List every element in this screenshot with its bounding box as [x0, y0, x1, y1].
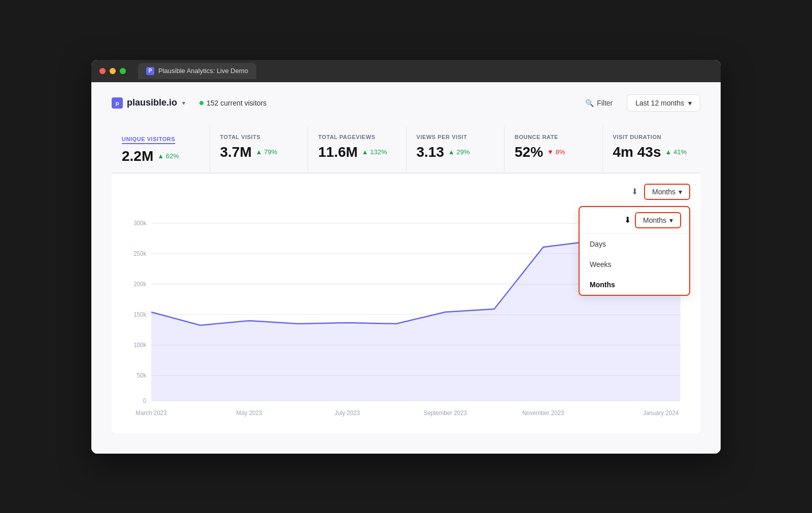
- tab-title: Plausible Analytics: Live Demo: [158, 67, 248, 75]
- metric-total-pageviews[interactable]: TOTAL PAGEVIEWS 11.6M ▲ 132%: [308, 126, 407, 173]
- metric-value-visit-duration: 4m 43s: [613, 144, 661, 160]
- search-icon: 🔍: [585, 99, 594, 107]
- titlebar: P Plausible Analytics: Live Demo: [91, 60, 721, 82]
- metrics-row: UNIQUE VISITORS 2.2M ▲ 62% TOTAL VISITS …: [112, 126, 700, 174]
- chart-area: ⬇ Months ▾ ⬇ Months ▾ Days Weeks: [112, 174, 700, 433]
- granularity-chevron-icon: ▾: [679, 188, 682, 196]
- tab-favicon: P: [146, 67, 154, 75]
- granularity-button[interactable]: Months ▾: [644, 184, 690, 200]
- browser-tab[interactable]: P Plausible Analytics: Live Demo: [138, 63, 256, 79]
- metric-label-views-per-visit: VIEWS PER VISIT: [417, 134, 494, 140]
- logo-text: plausible.io: [127, 97, 177, 108]
- svg-text:November 2023: November 2023: [522, 409, 564, 416]
- metric-change-bounce-rate: ▼ 8%: [547, 148, 565, 156]
- svg-text:March 2023: March 2023: [136, 409, 167, 416]
- download-button[interactable]: ⬇: [631, 187, 638, 196]
- svg-text:July 2023: July 2023: [334, 409, 360, 416]
- metric-value-row-visit-duration: 4m 43s ▲ 41%: [613, 144, 691, 160]
- dropdown-granularity-button[interactable]: Months ▾: [635, 212, 681, 228]
- metric-value-row-bounce-rate: 52% ▼ 8%: [515, 144, 592, 160]
- svg-text:200k: 200k: [133, 280, 146, 287]
- metric-change-total-pageviews: ▲ 132%: [362, 148, 387, 156]
- browser-window: P Plausible Analytics: Live Demo p plaus…: [91, 60, 721, 454]
- metric-total-visits[interactable]: TOTAL VISITS 3.7M ▲ 79%: [210, 126, 309, 173]
- maximize-button[interactable]: [120, 68, 126, 74]
- metric-views-per-visit[interactable]: VIEWS PER VISIT 3.13 ▲ 29%: [407, 126, 505, 173]
- metric-visit-duration[interactable]: VISIT DURATION 4m 43s ▲ 41%: [603, 126, 701, 173]
- metric-value-row-views-per-visit: 3.13 ▲ 29%: [417, 144, 494, 160]
- metric-label-total-pageviews: TOTAL PAGEVIEWS: [318, 134, 396, 140]
- filter-label: Filter: [597, 99, 613, 107]
- metric-unique-visitors[interactable]: UNIQUE VISITORS 2.2M ▲ 62%: [112, 126, 210, 173]
- svg-text:150k: 150k: [133, 311, 146, 317]
- svg-text:September 2023: September 2023: [423, 409, 467, 416]
- top-right-controls: 🔍 Filter Last 12 months ▾: [577, 94, 700, 112]
- filter-button[interactable]: 🔍 Filter: [577, 95, 621, 111]
- visitors-count: 152 current visitors: [207, 99, 266, 107]
- metric-bounce-rate[interactable]: BOUNCE RATE 52% ▼ 8%: [504, 126, 603, 173]
- granularity-months-option[interactable]: Months: [580, 275, 689, 295]
- date-chevron-icon: ▾: [688, 99, 692, 107]
- svg-text:May 2023: May 2023: [236, 409, 262, 416]
- date-range-selector[interactable]: Last 12 months ▾: [627, 94, 700, 112]
- svg-text:100k: 100k: [133, 341, 146, 348]
- dropdown-chevron-icon: ▾: [669, 216, 673, 224]
- dropdown-header: ⬇ Months ▾: [580, 207, 689, 234]
- live-indicator-icon: [199, 101, 204, 105]
- granularity-label: Months: [652, 188, 675, 196]
- svg-text:0: 0: [143, 397, 147, 403]
- granularity-dropdown: ⬇ Months ▾ Days Weeks Months: [579, 206, 690, 296]
- main-content: p plausible.io ▾ 152 current visitors 🔍 …: [91, 82, 721, 454]
- metric-value-unique-visitors: 2.2M: [122, 148, 153, 164]
- granularity-weeks-option[interactable]: Weeks: [580, 254, 689, 275]
- metric-value-total-visits: 3.7M: [220, 144, 252, 160]
- metric-value-row-unique-visitors: 2.2M ▲ 62%: [122, 148, 199, 164]
- chart-controls: ⬇ Months ▾ ⬇ Months ▾ Days Weeks: [122, 184, 690, 200]
- close-button[interactable]: [99, 68, 106, 74]
- dropdown-months-label: Months: [643, 216, 666, 224]
- svg-text:January 2024: January 2024: [643, 409, 679, 416]
- metric-value-row-total-visits: 3.7M ▲ 79%: [220, 144, 298, 160]
- granularity-days-option[interactable]: Days: [580, 234, 689, 254]
- metric-value-row-total-pageviews: 11.6M ▲ 132%: [318, 144, 396, 160]
- metric-value-bounce-rate: 52%: [515, 144, 543, 160]
- metric-label-bounce-rate: BOUNCE RATE: [515, 134, 592, 140]
- svg-text:50k: 50k: [137, 371, 147, 378]
- metric-change-views-per-visit: ▲ 29%: [448, 148, 470, 156]
- minimize-button[interactable]: [110, 68, 116, 74]
- logo-icon: p: [112, 97, 123, 109]
- metric-change-unique-visitors: ▲ 62%: [157, 152, 179, 160]
- dropdown-download-icon[interactable]: ⬇: [624, 215, 631, 225]
- svg-text:300k: 300k: [133, 219, 146, 226]
- metric-value-views-per-visit: 3.13: [417, 144, 445, 160]
- date-range-label: Last 12 months: [635, 99, 684, 107]
- metric-value-total-pageviews: 11.6M: [318, 144, 358, 160]
- svg-text:250k: 250k: [133, 250, 146, 256]
- logo-chevron-icon[interactable]: ▾: [182, 99, 185, 107]
- metric-label-total-visits: TOTAL VISITS: [220, 134, 298, 140]
- metric-label-unique-visitors: UNIQUE VISITORS: [122, 136, 175, 144]
- metric-label-visit-duration: VISIT DURATION: [613, 134, 691, 140]
- visitors-badge: 152 current visitors: [199, 99, 266, 107]
- logo-area: p plausible.io ▾ 152 current visitors: [112, 97, 266, 109]
- metric-change-visit-duration: ▲ 41%: [665, 148, 687, 156]
- metric-change-total-visits: ▲ 79%: [256, 148, 278, 156]
- top-bar: p plausible.io ▾ 152 current visitors 🔍 …: [112, 94, 700, 112]
